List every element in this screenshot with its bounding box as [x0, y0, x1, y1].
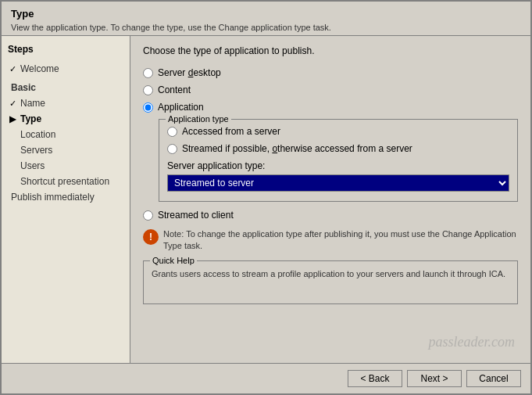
sidebar-item-label: Publish immediately: [11, 192, 95, 203]
sidebar-item-label: Location: [20, 129, 55, 140]
bottom-buttons: < Back Next > Cancel: [2, 363, 530, 393]
sidebar-item-location[interactable]: Location: [8, 127, 123, 142]
note-icon: !: [143, 229, 159, 245]
instruction-text: Choose the type of application to publis…: [143, 45, 518, 56]
content-radio[interactable]: [143, 85, 153, 95]
arrow-icon: ▶: [9, 114, 16, 124]
sidebar-item-welcome[interactable]: ✓ Welcome: [8, 61, 123, 77]
watermark: passleader.com: [429, 334, 516, 350]
radio-accessed-from-server[interactable]: Accessed from a server: [167, 126, 509, 137]
accessed-from-server-radio[interactable]: [167, 127, 177, 137]
server-app-type-select[interactable]: Streamed to server Accessed from a serve…: [167, 174, 509, 192]
server-desktop-radio[interactable]: [143, 68, 153, 78]
app-type-legend: Application type: [166, 114, 231, 124]
content-label[interactable]: Content: [158, 84, 191, 95]
sidebar-item-label: Shortcut presentation: [20, 176, 109, 187]
sidebar-basic-label: Basic: [11, 82, 36, 93]
window: Type View the application type. To chang…: [0, 0, 532, 395]
application-label[interactable]: Application: [158, 102, 204, 113]
sidebar-item-label: Users: [20, 160, 45, 171]
sidebar-item-label: Servers: [20, 145, 52, 156]
sidebar-item-label: Name: [20, 98, 45, 109]
checkmark-icon: ✓: [9, 99, 16, 109]
back-button[interactable]: < Back: [348, 370, 402, 387]
note-text: Note: To change the application type aft…: [163, 228, 518, 253]
application-radio[interactable]: [143, 102, 153, 113]
radio-streamed-to-client[interactable]: Streamed to client: [143, 210, 518, 221]
sidebar-item-users[interactable]: Users: [8, 158, 123, 174]
accessed-from-server-label[interactable]: Accessed from a server: [182, 126, 280, 137]
server-app-type-label: Server application type:: [167, 160, 509, 171]
window-title: Type: [11, 8, 521, 20]
sidebar-item-label: Type: [20, 113, 41, 124]
streamed-to-client-label[interactable]: Streamed to client: [158, 210, 234, 221]
sidebar-item-servers[interactable]: Servers: [8, 142, 123, 158]
server-app-type-select-wrapper: Streamed to server Accessed from a serve…: [167, 174, 509, 192]
streamed-if-possible-label[interactable]: Streamed if possible, otherwise accessed…: [182, 143, 412, 154]
sidebar: Steps ✓ Welcome Basic ✓ Name ▶ Type Loca…: [2, 36, 130, 363]
streamed-to-client-radio[interactable]: [143, 210, 153, 221]
sidebar-item-label: Welcome: [20, 63, 59, 74]
application-type-box: Application type Accessed from a server …: [159, 119, 518, 202]
cancel-button[interactable]: Cancel: [466, 370, 521, 387]
radio-application[interactable]: Application: [143, 102, 518, 113]
title-bar: Type View the application type. To chang…: [2, 2, 530, 36]
note-box: ! Note: To change the application type a…: [143, 228, 518, 253]
content-area: Steps ✓ Welcome Basic ✓ Name ▶ Type Loca…: [2, 36, 530, 363]
checkmark-icon: ✓: [9, 64, 16, 74]
sidebar-title: Steps: [8, 44, 123, 55]
sidebar-section-basic: Basic: [8, 80, 123, 95]
radio-server-desktop[interactable]: Server desktop: [143, 67, 518, 78]
window-description: View the application type. To change the…: [11, 23, 521, 32]
sidebar-item-shortcut-presentation[interactable]: Shortcut presentation: [8, 174, 123, 189]
sidebar-item-type[interactable]: ▶ Type: [8, 111, 123, 127]
radio-streamed-if-possible[interactable]: Streamed if possible, otherwise accessed…: [167, 143, 509, 154]
quick-help-box: Quick Help Grants users access to stream…: [143, 260, 518, 305]
sidebar-item-name[interactable]: ✓ Name: [8, 95, 123, 111]
radio-content[interactable]: Content: [143, 84, 518, 95]
streamed-if-possible-radio[interactable]: [167, 144, 177, 154]
next-button[interactable]: Next >: [407, 370, 462, 387]
sidebar-item-publish-immediately[interactable]: Publish immediately: [8, 189, 123, 205]
main-panel: Choose the type of application to publis…: [130, 36, 530, 363]
quick-help-legend: Quick Help: [150, 256, 197, 265]
server-desktop-label[interactable]: Server desktop: [158, 67, 221, 78]
quick-help-text: Grants users access to stream a profile …: [152, 269, 505, 278]
